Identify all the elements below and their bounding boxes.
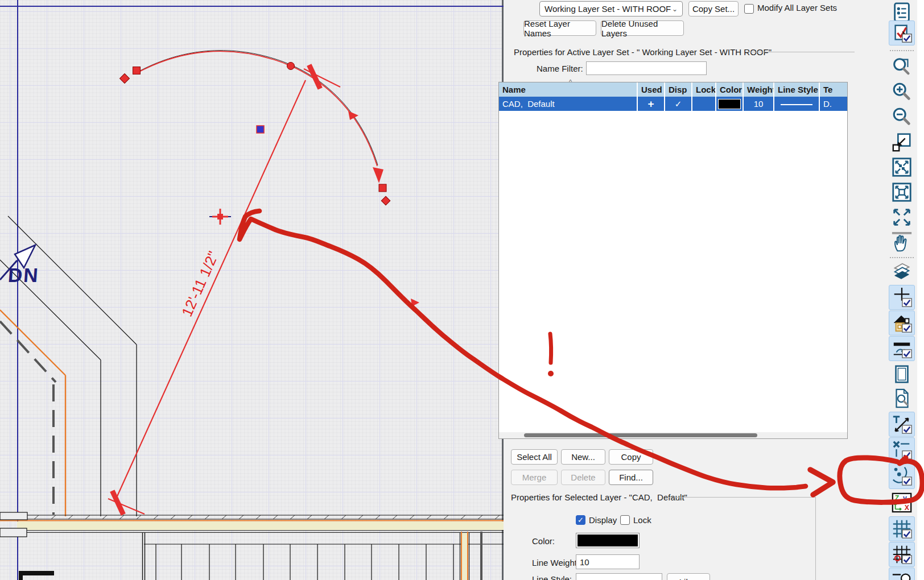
undo-zoom-icon[interactable] (889, 130, 915, 155)
cell-linestyle[interactable] (774, 97, 819, 111)
show-cad-icon[interactable] (889, 285, 915, 310)
group-rule (667, 497, 816, 498)
cell-textstyle[interactable]: D. (820, 97, 848, 111)
reference-lines (0, 0, 504, 580)
pan-hand-icon[interactable] (889, 230, 915, 255)
app-window: DN 12'-11 1/2" Working Layer Set - WITH … (0, 0, 924, 580)
fill-window-building-icon[interactable] (889, 180, 915, 205)
bottom-wall (0, 512, 504, 580)
group-rule-side (815, 497, 816, 580)
cad-dimension (108, 64, 340, 515)
svg-text:Z: Z (895, 494, 900, 502)
selected-layer-title: Properties for Selected Layer - "CAD, De… (511, 492, 687, 502)
cell-lock[interactable] (692, 97, 715, 111)
modify-all-label: Modify All Layer Sets (757, 3, 837, 13)
col-weight[interactable]: Weight (744, 82, 773, 97)
select-all-button[interactable]: Select All (511, 449, 558, 465)
cell-used[interactable]: + (638, 97, 664, 111)
col-color[interactable]: Color (716, 82, 742, 97)
show-frame-icon[interactable] (889, 362, 915, 387)
table-horizontal-scrollbar[interactable] (499, 432, 847, 438)
cell-weight[interactable]: 10 (744, 97, 773, 111)
table-header-row[interactable]: Name Used Disp Lock Color Weight Line St… (499, 82, 847, 97)
line-style-label: Line Style: (532, 574, 572, 580)
zoom-extents-icon[interactable] (889, 205, 915, 230)
merge-button[interactable]: Merge (511, 470, 558, 485)
zoom-out-icon[interactable] (889, 104, 915, 129)
active-layer-set-title: Properties for Active Layer Set - " Work… (514, 47, 772, 57)
cad-selected-arc (138, 51, 383, 183)
name-filter-label: Name Filter: (537, 64, 583, 73)
modify-all-checkbox[interactable] (744, 4, 754, 14)
lock-label: Lock (633, 515, 651, 525)
show-grid-icon[interactable] (889, 516, 915, 541)
col-disp[interactable]: Disp (665, 82, 691, 97)
layer-set-dropdown[interactable]: Working Layer Set - WITH ROOF ⌄ (539, 1, 683, 16)
delete-unused-layers-button[interactable]: Delete Unused Layers (601, 20, 684, 36)
delete-button[interactable]: Delete (561, 470, 605, 485)
find-button[interactable]: Find... (609, 470, 653, 485)
fill-window-icon[interactable] (889, 155, 915, 180)
copy-set-button[interactable]: Copy Set... (688, 1, 739, 16)
xyz-axes-icon[interactable]: Z y X (889, 490, 915, 515)
line-weight-input[interactable]: 10 (576, 554, 640, 569)
cell-color[interactable] (716, 97, 742, 111)
color-label: Color: (532, 536, 555, 546)
zoom-in-icon[interactable] (889, 79, 915, 104)
line-style-preview (781, 104, 812, 105)
cad-point-marker (209, 209, 231, 225)
dn-label: DN (7, 264, 40, 287)
svg-text:X: X (905, 504, 910, 512)
grid-snaps-icon[interactable] (889, 542, 915, 567)
line-style-input[interactable] (576, 573, 662, 580)
cad-edit-handles (120, 63, 419, 307)
scrollbar-thumb[interactable] (524, 433, 757, 437)
col-name[interactable]: Name (499, 82, 637, 97)
table-row[interactable]: CAD, Default + ✓ 10 D. (499, 97, 847, 111)
col-textstyle[interactable]: Te (820, 82, 848, 97)
right-gutter (917, 0, 924, 580)
name-filter-input[interactable] (586, 61, 707, 75)
cad-drawing (0, 0, 504, 580)
col-used[interactable]: Used (638, 82, 664, 97)
copy-button[interactable]: Copy (609, 449, 653, 465)
display-options-icon[interactable] (889, 20, 915, 45)
drawing-canvas[interactable]: DN 12'-11 1/2" (0, 0, 504, 580)
display-label: Display (589, 515, 617, 525)
cell-name[interactable]: CAD, Default (499, 97, 637, 111)
show-text-dimensions-icon[interactable] (889, 412, 915, 437)
zoom-region-icon[interactable] (889, 53, 915, 78)
layer-sets-icon[interactable] (889, 259, 915, 284)
blue-point-marker (257, 126, 264, 133)
show-architecture-icon[interactable] (889, 310, 915, 335)
library-button[interactable]: Lib... (667, 573, 710, 580)
chevron-down-icon: ⌄ (672, 5, 678, 13)
layer-color-swatch[interactable] (718, 99, 741, 109)
orange-roof-line (0, 310, 65, 516)
print-preview-icon[interactable] (889, 386, 915, 411)
cell-disp[interactable]: ✓ (665, 97, 691, 111)
arc-arrowhead (373, 167, 383, 183)
new-button[interactable]: New... (561, 449, 605, 465)
gray-dashed-line (0, 321, 56, 515)
bottom-partial-icon[interactable] (889, 567, 915, 580)
toolbar-separator (890, 257, 914, 258)
layer-table[interactable]: Name Used Disp Lock Color Weight Line St… (498, 82, 848, 439)
display-checkbox[interactable]: ✓ (576, 515, 585, 525)
line-weight-label: Line Weight: (532, 558, 579, 567)
layer-set-value: Working Layer Set - WITH ROOF (544, 4, 671, 14)
color-swatch-button[interactable] (576, 533, 640, 548)
col-lock[interactable]: Lock (692, 82, 715, 97)
show-line-weights-icon[interactable] (889, 336, 915, 361)
svg-text:y: y (903, 494, 907, 502)
lock-checkbox[interactable] (620, 515, 630, 525)
delete-temp-points-icon[interactable] (889, 437, 915, 462)
col-linestyle[interactable]: Line Style (774, 82, 819, 97)
toolbar-separator (890, 50, 914, 51)
reset-layer-names-button[interactable]: Reset Layer Names (523, 20, 596, 36)
group-rule (745, 52, 855, 52)
show-endpoints-arcs-icon[interactable] (889, 463, 915, 489)
